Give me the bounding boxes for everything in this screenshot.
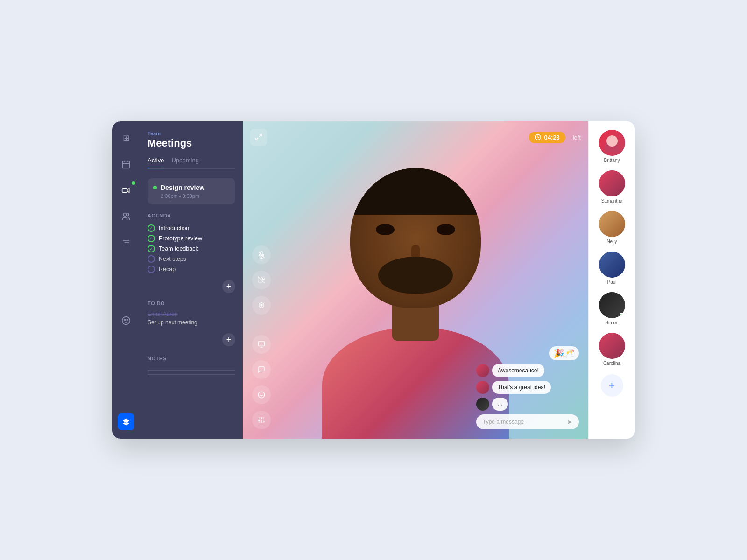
svg-rect-0: [123, 161, 130, 168]
chat-input-row[interactable]: Type a message ➤: [476, 414, 579, 429]
timer-left-label: left: [573, 134, 581, 141]
todo-section-title: To do: [148, 301, 235, 306]
notes-line-1: [148, 366, 235, 366]
chat-message-2: That's a great idea!: [476, 381, 579, 394]
participant-nelly[interactable]: Nelly: [589, 208, 635, 247]
chat-avatar-3: [476, 398, 489, 411]
video-off-button[interactable]: [252, 271, 271, 289]
tab-active[interactable]: Active: [148, 157, 164, 168]
svg-point-9: [122, 317, 130, 325]
tab-upcoming[interactable]: Upcoming: [171, 157, 199, 168]
participant-simon[interactable]: Simon: [589, 289, 635, 328]
participant-avatar-samantha: [599, 170, 625, 196]
todo-item-email[interactable]: Email Aaron: [148, 311, 235, 317]
participant-avatar-paul: [599, 252, 625, 278]
agenda-item-introduction[interactable]: ✓ Introduction: [148, 223, 235, 233]
check-icon-empty: [148, 255, 155, 263]
sidebar-icon-settings[interactable]: [118, 234, 134, 251]
chat-reaction: 🎉🥂: [476, 346, 579, 360]
meeting-card[interactable]: Design review 2:30pm - 3:30pm: [148, 178, 235, 204]
timer-value: 04:23: [544, 134, 559, 141]
notes-section: Notes: [148, 356, 235, 378]
participant-avatar-simon: [599, 292, 625, 318]
dropbox-icon[interactable]: [118, 413, 134, 430]
app-container: ⊞ Team Meetings Active Upcoming: [112, 121, 635, 439]
svg-point-20: [261, 304, 262, 306]
agenda-item-prototype[interactable]: ✓ Prototype review: [148, 233, 235, 244]
participant-avatar-carolina: [599, 333, 625, 359]
chat-avatar-2: [476, 381, 489, 394]
video-left-controls: [252, 245, 271, 315]
video-bottom-controls: [252, 335, 271, 429]
panel-title: Meetings: [148, 137, 235, 149]
meeting-card-title: Design review: [161, 184, 204, 191]
chat-bubble-1: Awesomesauce!: [492, 364, 544, 377]
svg-rect-4: [122, 189, 127, 192]
active-indicator: [132, 181, 135, 185]
filter-button[interactable]: [252, 411, 271, 429]
todo-item-meeting[interactable]: Set up next meeting: [148, 319, 235, 326]
expand-button[interactable]: [250, 129, 267, 146]
add-todo-button[interactable]: +: [222, 333, 235, 346]
sidebar-icon-calendar[interactable]: [118, 156, 134, 173]
meeting-card-header: Design review: [153, 184, 230, 191]
agenda-item-nextsteps[interactable]: Next steps: [148, 254, 235, 264]
svg-point-10: [124, 319, 126, 321]
active-dot: [153, 186, 157, 189]
participant-avatar-nelly: [599, 211, 625, 237]
reaction-emoji: 🎉🥂: [549, 346, 579, 360]
sidebar-icon-people[interactable]: [118, 208, 134, 225]
timer-badge: 04:23: [529, 132, 565, 143]
meeting-card-time: 2:30pm - 3:30pm: [161, 193, 230, 199]
chat-bubble-2: That's a great idea!: [492, 381, 551, 394]
record-button[interactable]: [252, 296, 271, 315]
agenda-item-feedback[interactable]: ✓ Team feedback: [148, 244, 235, 254]
svg-point-24: [258, 392, 264, 398]
svg-rect-21: [258, 342, 264, 346]
participant-name-samantha: Samantha: [601, 198, 623, 203]
left-panel: Team Meetings Active Upcoming Design rev…: [140, 121, 243, 439]
svg-point-5: [123, 213, 127, 217]
chat-message-3: ...: [476, 398, 579, 411]
add-agenda-button[interactable]: +: [222, 280, 235, 293]
participant-name-brittany: Brittany: [604, 158, 620, 163]
check-icon-empty: [148, 266, 155, 273]
participant-name-simon: Simon: [605, 320, 618, 325]
participant-brittany[interactable]: Brittany: [589, 127, 635, 166]
check-icon: ✓: [148, 224, 155, 232]
participant-avatar-brittany: [599, 130, 625, 156]
participant-carolina[interactable]: Carolina: [589, 330, 635, 369]
chat-overlay: 🎉🥂 Awesomesauce! That's a great idea! ..…: [476, 346, 579, 429]
right-panel: Brittany Samantha Nelly Paul Simon: [588, 121, 635, 439]
participant-paul[interactable]: Paul: [589, 249, 635, 287]
present-button[interactable]: [252, 335, 271, 354]
sidebar-icon-video[interactable]: [118, 182, 134, 199]
mute-button[interactable]: [252, 245, 271, 264]
video-top-controls: 04:23 left: [250, 129, 581, 146]
chat-button[interactable]: [252, 360, 271, 379]
chat-message-1: Awesomesauce!: [476, 364, 579, 377]
team-label: Team: [148, 131, 235, 136]
main-video: 04:23 left: [243, 121, 588, 439]
agenda-list: ✓ Introduction ✓ Prototype review ✓ Team…: [148, 223, 235, 274]
add-participant-button[interactable]: +: [601, 374, 623, 397]
emoji-button[interactable]: [252, 385, 271, 404]
icon-sidebar: ⊞: [112, 121, 140, 439]
chat-input-placeholder: Type a message: [483, 419, 563, 425]
notes-line-3: [148, 374, 235, 375]
send-icon[interactable]: ➤: [567, 418, 572, 426]
agenda-section-title: Agenda: [148, 213, 235, 218]
svg-point-11: [127, 319, 128, 321]
agenda-item-recap[interactable]: Recap: [148, 264, 235, 274]
chat-avatar-1: [476, 364, 489, 377]
chat-bubble-typing: ...: [492, 398, 508, 411]
sidebar-icon-face[interactable]: [118, 321, 134, 344]
todo-section: To do Email Aaron Set up next meeting: [148, 301, 235, 328]
online-dot-simon: [620, 313, 624, 317]
participant-name-paul: Paul: [607, 280, 616, 285]
check-icon: ✓: [148, 245, 155, 252]
participant-samantha[interactable]: Samantha: [589, 168, 635, 206]
sidebar-icon-grid[interactable]: ⊞: [118, 130, 134, 147]
tabs: Active Upcoming: [148, 157, 235, 169]
notes-line-2: [148, 370, 235, 371]
